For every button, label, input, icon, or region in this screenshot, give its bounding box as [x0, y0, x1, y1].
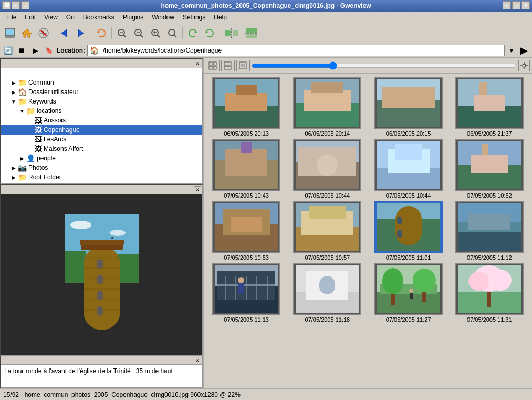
toggle-lesarcs[interactable]: [26, 137, 35, 142]
toggle-commun[interactable]: ▶: [9, 80, 18, 86]
list-item[interactable]: 06/05/2005 20:13: [207, 77, 286, 137]
minimize-btn2[interactable]: ─: [12, 1, 20, 9]
tree-item-maisons[interactable]: 🖼 Maisons Alfort: [1, 144, 202, 153]
list-item[interactable]: 07/05/2005 11:27: [369, 263, 448, 323]
toolbar-rotate-cw-btn[interactable]: [202, 25, 217, 41]
preview-header: ✕: [1, 185, 202, 194]
list-item[interactable]: 07/05/2005 11:31: [450, 263, 529, 323]
thumb-settings-btn[interactable]: [518, 60, 530, 71]
toolbar-browse-btn[interactable]: [2, 25, 18, 41]
thumb-size-slider[interactable]: [252, 61, 517, 70]
location-go-btn[interactable]: ▶: [518, 45, 530, 56]
toolbar-zoom-out-btn[interactable]: [131, 25, 147, 41]
tree-scroll[interactable]: ▶ 📁 Commun ▶ 🏠 Dossier utilisateur ▼ 📁 K…: [1, 78, 202, 184]
tree-item-keywords[interactable]: ▼ 📁 Keywords: [1, 97, 202, 106]
toolbar-clear-btn[interactable]: [36, 25, 51, 41]
thumb-timestamp-4: 06/05/2005 21:37: [467, 130, 512, 137]
toggle-photos[interactable]: ▶: [9, 165, 18, 171]
toggle-root[interactable]: ▶: [9, 175, 18, 180]
thumb-timestamp-14: 07/05/2005 11:18: [305, 316, 350, 323]
list-item[interactable]: 06/05/2005 20:15: [369, 77, 448, 137]
refresh-small-btn[interactable]: 🔄: [2, 45, 14, 56]
toggle-dossier[interactable]: ▶: [9, 89, 18, 95]
list-item[interactable]: 07/05/2005 10:44: [288, 139, 367, 199]
tree-item-root[interactable]: ▶ 📁 Root Folder: [1, 172, 202, 182]
status-text: 15/92 - home_commun_photos_2005_Copenhag…: [3, 391, 241, 398]
tree-item-locations[interactable]: ▼ 📁 locations: [1, 106, 202, 116]
tree-panel-header: ✕: [1, 59, 202, 68]
thumb-timestamp-5: 07/05/2005 10:43: [224, 192, 269, 199]
tree-item-commun[interactable]: ▶ 📁 Commun: [1, 78, 202, 87]
toggle-maisons[interactable]: [26, 146, 35, 152]
tree-close-btn[interactable]: ✕: [194, 60, 201, 67]
toggle-copenhague[interactable]: [26, 127, 35, 133]
toolbar-flip-v-btn[interactable]: [242, 25, 261, 41]
label-root: Root Folder: [28, 173, 61, 181]
svg-rect-49: [80, 240, 124, 245]
toggle-aussois[interactable]: [26, 118, 35, 124]
svg-rect-44: [97, 259, 103, 269]
list-item[interactable]: 07/05/2005 10:57: [288, 201, 367, 261]
menu-settings[interactable]: Settings: [179, 13, 210, 22]
menu-bookmarks[interactable]: Bookmarks: [79, 13, 119, 22]
tree-item-photos[interactable]: ▶ 📷 Photos: [1, 163, 202, 172]
minimize-button[interactable]: ─: [503, 1, 511, 9]
caption-close-btn[interactable]: ✕: [194, 357, 201, 364]
location-input[interactable]: [101, 45, 502, 56]
toolbar-rotate-ccw-btn[interactable]: [185, 25, 201, 41]
menu-go[interactable]: Go: [62, 13, 79, 22]
thumb-view-large[interactable]: [236, 60, 250, 71]
maximize-button[interactable]: □: [512, 1, 520, 9]
list-item[interactable]: 07/05/2005 10:52: [450, 139, 529, 199]
list-item[interactable]: 07/05/2005 10:44: [369, 139, 448, 199]
menu-view[interactable]: View: [40, 13, 62, 22]
list-item[interactable]: 07/05/2005 11:18: [288, 263, 367, 323]
toolbar-zoom-fit-btn[interactable]: [114, 25, 130, 41]
tree-item-lesarcs[interactable]: 🖼 LesArcs: [1, 135, 202, 144]
stop-btn[interactable]: ⏹: [16, 45, 27, 56]
close-button[interactable]: ✕: [521, 1, 530, 9]
tree-item-aussois[interactable]: 🖼 Aussois: [1, 116, 202, 125]
toolbar-home-btn[interactable]: [19, 25, 35, 41]
menu-plugins[interactable]: Plugins: [119, 13, 148, 22]
icon-keywords: 📁: [18, 97, 27, 106]
toolbar-back-btn[interactable]: [56, 25, 72, 41]
thumb-timestamp-3: 06/05/2005 20:15: [386, 130, 431, 137]
menu-file[interactable]: File: [2, 13, 20, 22]
list-item[interactable]: 07/05/2005 11:01: [369, 201, 448, 261]
list-item[interactable]: 07/05/2005 10:53: [207, 201, 286, 261]
system-menu-btn[interactable]: 🖼: [2, 1, 11, 9]
go-btn[interactable]: ▶: [29, 45, 41, 56]
tree-item-copenhague[interactable]: 🖼 Copenhague: [1, 125, 202, 135]
toggle-keywords[interactable]: ▼: [9, 99, 18, 105]
list-item[interactable]: 07/05/2005 11:13: [207, 263, 286, 323]
svg-point-121: [238, 277, 244, 283]
menu-help[interactable]: Help: [210, 13, 231, 22]
thumb-grid-container[interactable]: 06/05/2005 20:13 06/05/2005 20:14: [204, 74, 532, 388]
toolbar-forward-btn[interactable]: [73, 25, 89, 41]
tree-item-people[interactable]: ▶ 👤 people: [1, 153, 202, 163]
location-dropdown-btn[interactable]: ▼: [507, 45, 516, 56]
toggle-locations[interactable]: ▼: [18, 108, 26, 114]
thumb-view-medium[interactable]: [221, 60, 235, 71]
preview-close-btn[interactable]: ✕: [194, 186, 201, 193]
bookmark-btn[interactable]: 🔖: [43, 45, 55, 56]
thumb-view-small[interactable]: [206, 60, 220, 71]
toolbar-flip-h-btn[interactable]: [222, 25, 241, 41]
list-item[interactable]: 06/05/2005 21:37: [450, 77, 529, 137]
menu-window[interactable]: Window: [148, 13, 179, 22]
preview-image-area: [1, 194, 202, 355]
toggle-people[interactable]: ▶: [18, 156, 26, 161]
list-item[interactable]: 07/05/2005 11:12: [450, 201, 529, 261]
list-item[interactable]: 07/05/2005 10:43: [207, 139, 286, 199]
maximize-btn2[interactable]: □: [21, 1, 29, 9]
menu-edit[interactable]: Edit: [20, 13, 40, 22]
svg-rect-78: [474, 95, 505, 111]
list-item[interactable]: 06/05/2005 20:14: [288, 77, 367, 137]
tree-item-dossier[interactable]: ▶ 🏠 Dossier utilisateur: [1, 87, 202, 97]
toolbar-zoom-in-btn[interactable]: [148, 25, 163, 41]
toolbar-zoom-original-btn[interactable]: [164, 25, 180, 41]
svg-rect-2: [5, 36, 15, 38]
label-lesarcs: LesArcs: [44, 136, 66, 143]
toolbar-reload-btn[interactable]: [93, 25, 109, 41]
